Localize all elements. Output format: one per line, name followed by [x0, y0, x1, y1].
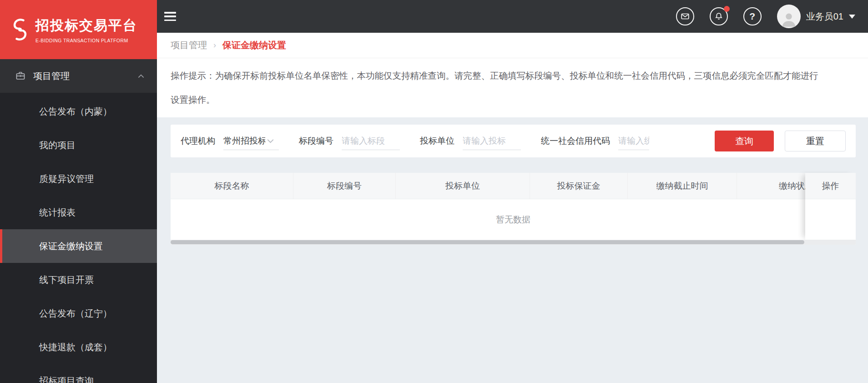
chevron-down-icon: [267, 139, 274, 143]
brand-title: 招投标交易平台: [35, 16, 137, 35]
agency-select-value: 常州招投标: [223, 135, 265, 147]
column-header-section-no: 标段编号: [293, 173, 396, 199]
app-window: 招投标交易平台 E-BIDDING TRANSACTION PLATFORM 项…: [0, 0, 868, 383]
empty-state-text: 暂无数据: [171, 199, 856, 240]
message-icon[interactable]: [676, 7, 694, 25]
column-header-deposit: 投标保证金: [530, 173, 628, 199]
reset-button[interactable]: 重置: [785, 131, 846, 151]
horizontal-scrollbar: [171, 240, 856, 245]
sidebar-item-my-projects[interactable]: 我的项目: [0, 128, 157, 162]
help-icon[interactable]: ?: [743, 7, 762, 25]
notification-bell-icon[interactable]: [710, 7, 728, 25]
brand-logo-icon: [10, 17, 30, 42]
filter-bar: 代理机构 常州招投标 标段编号 投标单位 统: [171, 125, 856, 157]
search-button[interactable]: 查询: [715, 131, 774, 151]
brand-subtitle: E-BIDDING TRANSACTION PLATFORM: [35, 38, 137, 43]
topbar: ? 业务员01: [157, 0, 868, 33]
username: 业务员01: [806, 10, 843, 23]
avatar: [777, 5, 801, 28]
sidebar-item-bidding-project-query[interactable]: 招标项目查询: [0, 364, 157, 383]
sidebar-item-objection-management[interactable]: 质疑异议管理: [0, 162, 157, 196]
main-area: ? 业务员01 项目管理 › 保证金缴纳设置 操作提示：为确: [157, 0, 868, 383]
horizontal-scrollbar-thumb[interactable]: [171, 240, 804, 244]
bidder-input[interactable]: [463, 132, 521, 150]
content-area: 代理机构 常州招投标 标段编号 投标单位 统: [157, 117, 868, 383]
chevron-down-icon: [849, 15, 855, 19]
table-header-row: 标段名称 标段编号 投标单位 投标保证金 缴纳截止时间 缴纳状态: [171, 173, 805, 199]
chevron-up-icon: [138, 74, 144, 78]
results-table: 标段名称 标段编号 投标单位 投标保证金 缴纳截止时间 缴纳状态 暂无数据 操作: [171, 173, 856, 245]
sidebar-menu: 公告发布（内蒙） 我的项目 质疑异议管理 统计报表 保证金缴纳设置 线下项目开票…: [0, 93, 157, 383]
operation-tip-text: 操作提示：为确保开标前投标单位名单保密性，本功能仅支持精准查询。请完整、正确填写…: [171, 64, 821, 112]
agency-select[interactable]: 常州招投标: [223, 132, 279, 150]
briefcase-icon: [15, 71, 26, 81]
sidebar-item-offline-invoicing[interactable]: 线下项目开票: [0, 263, 157, 297]
breadcrumb: 项目管理 › 保证金缴纳设置: [157, 33, 868, 58]
breadcrumb-separator: ›: [213, 40, 216, 50]
agency-label: 代理机构: [181, 135, 215, 147]
brand-logo: 招投标交易平台 E-BIDDING TRANSACTION PLATFORM: [0, 0, 157, 59]
credit-code-input[interactable]: [618, 132, 649, 150]
menu-toggle-button[interactable]: [164, 12, 176, 21]
sidebar: 招投标交易平台 E-BIDDING TRANSACTION PLATFORM 项…: [0, 0, 157, 383]
user-menu[interactable]: 业务员01: [777, 5, 855, 28]
section-no-label: 标段编号: [299, 135, 333, 147]
sidebar-section-label: 项目管理: [33, 70, 138, 82]
fixed-operation-column: 操作: [805, 173, 856, 240]
column-header-bidder: 投标单位: [396, 173, 530, 199]
sidebar-item-quick-refund[interactable]: 快捷退款（成套）: [0, 330, 157, 364]
sidebar-item-deposit-payment-settings[interactable]: 保证金缴纳设置: [0, 229, 157, 263]
notification-badge: [724, 6, 730, 12]
sidebar-item-statistics-report[interactable]: 统计报表: [0, 196, 157, 229]
operation-tip: 操作提示：为确保开标前投标单位名单保密性，本功能仅支持精准查询。请完整、正确填写…: [157, 58, 868, 117]
column-header-operation: 操作: [805, 173, 856, 199]
column-header-deadline: 缴纳截止时间: [628, 173, 737, 199]
breadcrumb-parent[interactable]: 项目管理: [171, 39, 207, 51]
column-header-payment-status: 缴纳状态: [737, 173, 805, 199]
section-no-input[interactable]: [342, 132, 400, 150]
breadcrumb-current: 保证金缴纳设置: [222, 39, 286, 51]
sidebar-item-announce-liaoning[interactable]: 公告发布（辽宁）: [0, 297, 157, 330]
column-header-section-name: 标段名称: [171, 173, 293, 199]
bidder-label: 投标单位: [420, 135, 454, 147]
credit-code-label: 统一社会信用代码: [541, 135, 610, 147]
sidebar-item-announce-neimeng[interactable]: 公告发布（内蒙）: [0, 95, 157, 128]
sidebar-section-project-management[interactable]: 项目管理: [0, 59, 157, 93]
